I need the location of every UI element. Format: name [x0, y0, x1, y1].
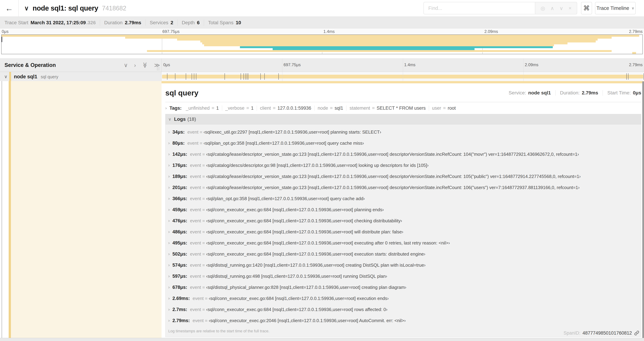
expand-one-icon[interactable]: ›: [134, 62, 136, 68]
log-row[interactable]: ›678μs:event = ‹sql/distsql_physical_pla…: [166, 282, 641, 293]
chevron-right-icon[interactable]: ›: [168, 296, 170, 301]
log-event-text: event = ‹sql/conn_executor_exec.go:684 […: [190, 229, 403, 235]
span-row-timeline[interactable]: [162, 72, 644, 81]
chevron-right-icon[interactable]: ›: [168, 207, 170, 212]
link-icon[interactable]: [634, 330, 640, 336]
log-marker-tick: [196, 73, 196, 80]
detail-span-title: sql query: [165, 89, 198, 97]
log-row[interactable]: ›495μs:event = ‹sql/conn_executor_exec.g…: [166, 237, 641, 248]
chevron-right-icon[interactable]: ›: [168, 130, 170, 134]
log-timestamp: 2.79ms:: [172, 318, 190, 323]
log-field-equals: =: [201, 152, 206, 157]
minimap-span-bar: [632, 52, 636, 54]
collapse-one-icon[interactable]: ∨: [124, 62, 128, 68]
keyboard-shortcuts-button[interactable]: ⌘: [581, 2, 592, 14]
log-field-value: ‹sql/distsql_running.go:1420 [nsql1,clie…: [206, 262, 426, 268]
previous-result-icon[interactable]: ∧: [550, 5, 554, 11]
meta-value: March 31 2022, 17:25:09: [30, 20, 86, 26]
chevron-right-icon[interactable]: ›: [168, 174, 170, 179]
top-header: ← ∨ node sql1: sql query 7418682 ◎∧∨× ⌘ …: [0, 0, 644, 17]
chevron-right-icon[interactable]: ›: [168, 252, 170, 256]
chevron-right-icon[interactable]: ›: [168, 152, 170, 157]
log-marker-tick: [194, 73, 194, 80]
find-input[interactable]: [424, 2, 535, 14]
log-row[interactable]: ›189μs:event = ‹sql/catalog/lease/descri…: [166, 171, 641, 182]
chevron-right-icon[interactable]: ›: [168, 318, 170, 323]
time-tick-label: 697.75μs: [162, 29, 180, 34]
log-field-key: event: [190, 174, 201, 179]
log-row[interactable]: ›2.79ms:event = ‹sql/conn_executor_exec.…: [166, 315, 641, 326]
span-row[interactable]: ∨ node sql1 sql query: [0, 72, 644, 81]
tag-key: node: [318, 106, 328, 111]
summary-value: node sql1: [528, 90, 551, 96]
log-row[interactable]: ›486μs:event = ‹sql/conn_executor_exec.g…: [166, 226, 641, 237]
chevron-right-icon[interactable]: ›: [168, 141, 170, 146]
logs-title: Logs: [174, 116, 186, 122]
log-row[interactable]: ›597μs:event = ‹sql/distsql_running.go:4…: [166, 271, 641, 282]
jaeger-trace-page: ← ∨ node sql1: sql query 7418682 ◎∧∨× ⌘ …: [0, 0, 644, 341]
minimap-canvas[interactable]: [1, 35, 643, 54]
log-row[interactable]: ›80μs:event = ‹sql/plan_opt.go:358 [nsql…: [166, 138, 641, 149]
log-row[interactable]: ›459μs:event = ‹sql/conn_executor_exec.g…: [166, 204, 641, 215]
tags-label: Tags:: [170, 106, 182, 111]
trace-view-selector[interactable]: Trace Timeline ∨: [595, 2, 636, 14]
title-collapse-icon[interactable]: ∨: [24, 5, 29, 12]
log-timestamp: 2.7ms:: [172, 307, 187, 312]
span-id-row: SpanID: 4877749850101760812: [564, 330, 640, 336]
scrollbar-thumb[interactable]: [642, 82, 644, 338]
log-row[interactable]: ›176μs:event = ‹sql/catalog/descs/descri…: [166, 160, 641, 171]
log-row[interactable]: ›142μs:event = ‹sql/catalog/lease/descri…: [166, 149, 641, 160]
logs-header[interactable]: ∨ Logs (18): [166, 114, 641, 124]
log-row[interactable]: ›476μs:event = ‹sql/conn_executor_exec.g…: [166, 215, 641, 226]
log-row[interactable]: ›2.69ms:event = ‹sql/conn_executor_exec.…: [166, 293, 641, 304]
log-row[interactable]: ›2.7ms:event = ‹sql/conn_executor_exec.g…: [166, 304, 641, 315]
chevron-right-icon[interactable]: ›: [168, 263, 170, 267]
minimap-span-bar: [177, 39, 598, 41]
chevron-right-icon[interactable]: ›: [168, 274, 170, 279]
log-timestamp: 495μs:: [172, 240, 187, 246]
minimap-span-bar: [2, 35, 639, 37]
log-event-text: event = ‹sql/distsql_physical_planner.go…: [190, 285, 406, 290]
tag-equals: =: [330, 106, 333, 111]
tree-gutter-line: [2, 81, 2, 338]
meta-separator: [204, 20, 204, 26]
log-marker-tick: [626, 73, 627, 80]
collapse-all-icon[interactable]: ≫: [142, 62, 148, 68]
chevron-right-icon[interactable]: ›: [168, 163, 170, 168]
tags-row[interactable]: › Tags: _unfinished=1_verbose=1client=12…: [165, 104, 641, 112]
span-collapse-icon[interactable]: ∨: [4, 74, 8, 79]
log-row[interactable]: ›502μs:event = ‹sql/conn_executor_exec.g…: [166, 248, 641, 259]
next-result-icon[interactable]: ∨: [560, 5, 563, 11]
meta-label: Depth: [182, 20, 195, 26]
chevron-right-icon[interactable]: ›: [168, 185, 170, 190]
log-marker-tick: [247, 73, 247, 80]
log-timestamp: 201μs:: [172, 185, 187, 190]
span-row-name-column[interactable]: ∨ node sql1 sql query: [0, 72, 162, 81]
chevron-right-icon[interactable]: ›: [168, 240, 170, 245]
minimap-span-bar: [147, 50, 612, 52]
chevron-right-icon[interactable]: ›: [168, 196, 170, 201]
minimap-span-bar: [273, 48, 474, 50]
chevron-right-icon[interactable]: ›: [168, 229, 170, 234]
back-button[interactable]: ←: [0, 0, 19, 17]
tag-key: user: [432, 106, 441, 111]
log-field-equals: =: [201, 262, 206, 268]
span-detail-card: sql query Service:node sql1Duration:2.79…: [165, 86, 641, 337]
log-row[interactable]: ›201μs:event = ‹sql/catalog/lease/descri…: [166, 182, 641, 193]
column-resizer-handle[interactable]: ||: [157, 66, 160, 71]
chevron-right-icon[interactable]: ›: [165, 106, 167, 111]
meta-item: Trace StartMarch 31 2022, 17:25:09.326: [4, 20, 96, 26]
chevron-right-icon[interactable]: ›: [168, 307, 170, 312]
summary-separator: [555, 90, 556, 96]
chevron-right-icon[interactable]: ›: [168, 218, 170, 223]
tag-key: client: [260, 106, 271, 111]
log-row[interactable]: ›574μs:event = ‹sql/distsql_running.go:1…: [166, 259, 641, 271]
log-row[interactable]: ›366μs:event = ‹sql/plan_opt.go:358 [nsq…: [166, 193, 641, 204]
tag-value: 1: [251, 106, 254, 111]
log-row[interactable]: ›34μs:event = ‹sql/exec_util.go:2297 [ns…: [166, 127, 641, 138]
locate-icon[interactable]: ◎: [540, 5, 545, 11]
log-field-key: event: [190, 251, 201, 257]
log-marker-tick: [192, 73, 192, 80]
clear-search-icon[interactable]: ×: [568, 5, 572, 11]
chevron-right-icon[interactable]: ›: [168, 285, 170, 290]
